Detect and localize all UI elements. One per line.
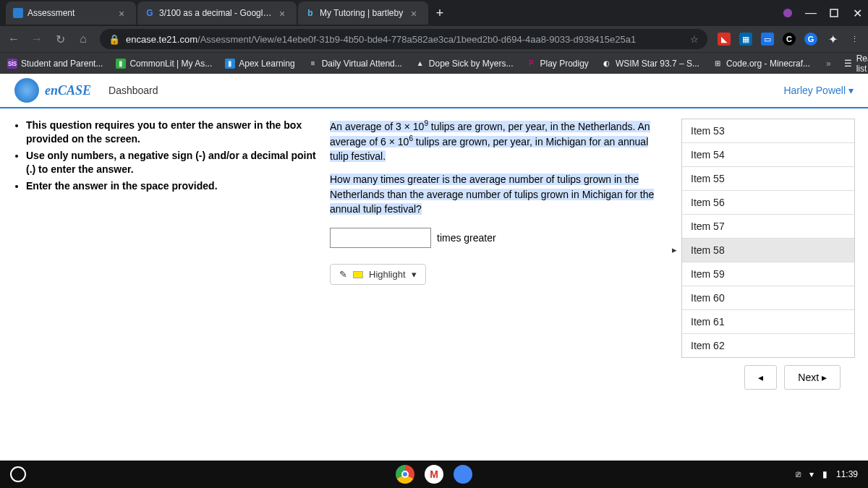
forward-button[interactable]: → bbox=[30, 33, 43, 46]
item-link[interactable]: Item 54 bbox=[682, 143, 854, 167]
browser-tab[interactable]: G 3/100 as a decimal - Google Sea × bbox=[137, 1, 297, 25]
extension-icon[interactable]: ◣ bbox=[718, 33, 731, 46]
bookmarks-overflow[interactable]: » bbox=[826, 59, 831, 69]
question-paragraph-1: An average of 3 × 109 tulips are grown, … bbox=[330, 119, 668, 163]
url-path: /Assessment/View/e14ebe0f-31b9-4b50-bde4… bbox=[197, 34, 636, 45]
answer-unit-label: times greater bbox=[437, 232, 496, 244]
assessment-content: This question requires you to enter the … bbox=[0, 108, 868, 407]
extension-icon[interactable]: C bbox=[783, 33, 796, 46]
item-link[interactable]: Item 62 bbox=[682, 334, 854, 357]
tab-title: My Tutoring | bartleby bbox=[320, 8, 407, 18]
right-column: Item 53 Item 54 Item 55 Item 56 Item 57 … bbox=[681, 119, 855, 397]
question-panel: An average of 3 × 109 tulips are grown, … bbox=[330, 119, 668, 397]
highlight-swatch bbox=[353, 271, 363, 278]
bookmark[interactable]: sisStudent and Parent... bbox=[7, 59, 103, 69]
minimize-icon[interactable]: — bbox=[806, 8, 816, 18]
menu-icon[interactable]: ⋮ bbox=[848, 33, 861, 46]
reload-button[interactable]: ↻ bbox=[54, 33, 67, 46]
cast-icon[interactable]: ⎚ bbox=[796, 469, 801, 479]
chevron-down-icon: ▾ bbox=[848, 85, 854, 96]
logo-icon bbox=[14, 78, 39, 103]
window-controls: — ✕ bbox=[783, 8, 862, 18]
close-icon[interactable]: ✕ bbox=[852, 8, 862, 18]
item-navigator: Item 53 Item 54 Item 55 Item 56 Item 57 … bbox=[681, 119, 855, 358]
instruction-item: This question requires you to enter the … bbox=[26, 119, 317, 146]
item-link[interactable]: Item 53 bbox=[682, 119, 854, 143]
clock: 11:39 bbox=[836, 469, 858, 479]
tab-close-icon[interactable]: × bbox=[279, 8, 289, 18]
user-name: Harley Powell bbox=[783, 85, 846, 96]
reading-list-button[interactable]: ☰Reading list bbox=[844, 53, 868, 74]
taskbar-apps: M bbox=[396, 465, 472, 484]
gmail-icon[interactable]: M bbox=[425, 465, 443, 484]
instruction-item: Enter the answer in the space provided. bbox=[26, 179, 317, 193]
address-bar[interactable]: 🔒 encase.te21.com/Assessment/View/e14ebe… bbox=[100, 29, 707, 49]
extension-icon[interactable]: G bbox=[804, 33, 817, 46]
tab-title: Assessment bbox=[27, 8, 114, 18]
tab-close-icon[interactable]: × bbox=[411, 8, 421, 18]
lock-icon: 🔒 bbox=[109, 34, 120, 45]
wifi-icon[interactable]: ▾ bbox=[809, 469, 814, 479]
bookmark[interactable]: ▮Apex Learning bbox=[225, 59, 294, 69]
tab-close-icon[interactable]: × bbox=[119, 8, 129, 18]
new-tab-button[interactable]: + bbox=[430, 3, 450, 23]
bookmark[interactable]: ◐WSIM Star 93.7 – S... bbox=[602, 59, 699, 69]
next-button[interactable]: Next ▸ bbox=[784, 365, 841, 390]
bookmark[interactable]: ≡Daily Virtual Attend... bbox=[308, 59, 402, 69]
item-link[interactable]: Item 55 bbox=[682, 167, 854, 191]
bookmark[interactable]: ▲Dope Sick by Myers... bbox=[415, 59, 514, 69]
prev-button[interactable]: ◂ bbox=[744, 365, 777, 390]
item-link[interactable]: Item 59 bbox=[682, 262, 854, 286]
app-header: enCASE Dashboard Harley Powell ▾ bbox=[0, 74, 868, 108]
highlight-button[interactable]: ✎ Highlight ▾ bbox=[330, 264, 426, 285]
dashboard-link[interactable]: Dashboard bbox=[109, 85, 158, 96]
svg-point-0 bbox=[783, 9, 792, 17]
back-button[interactable]: ← bbox=[7, 33, 20, 46]
pencil-icon: ✎ bbox=[339, 269, 347, 280]
chrome-icon[interactable] bbox=[396, 465, 414, 484]
battery-icon[interactable]: ▮ bbox=[822, 469, 827, 479]
browser-tab[interactable]: b My Tutoring | bartleby × bbox=[298, 1, 428, 25]
system-tray[interactable]: ⎚ ▾ ▮ 11:39 bbox=[796, 469, 858, 479]
google-icon: G bbox=[145, 8, 155, 18]
bartleby-icon: b bbox=[305, 8, 315, 18]
item-link[interactable]: Item 56 bbox=[682, 191, 854, 215]
tab-title: 3/100 as a decimal - Google Sea bbox=[159, 8, 275, 18]
item-link-current[interactable]: Item 58 bbox=[682, 239, 854, 262]
logo-text: enCASE bbox=[45, 83, 91, 98]
os-taskbar: M ⎚ ▾ ▮ 11:39 bbox=[0, 461, 868, 488]
highlight-label: Highlight bbox=[369, 269, 406, 280]
tab-favicon bbox=[13, 8, 23, 18]
user-menu[interactable]: Harley Powell ▾ bbox=[783, 85, 854, 96]
extension-icon[interactable]: ▦ bbox=[739, 33, 752, 46]
docs-icon[interactable] bbox=[454, 465, 472, 484]
item-link[interactable]: Item 60 bbox=[682, 286, 854, 310]
launcher-icon[interactable] bbox=[10, 466, 26, 482]
answer-row: times greater bbox=[330, 228, 668, 248]
chevron-down-icon: ▾ bbox=[412, 269, 417, 280]
browser-nav-bar: ← → ↻ ⌂ 🔒 encase.te21.com/Assessment/Vie… bbox=[0, 26, 868, 52]
maximize-icon[interactable] bbox=[829, 8, 839, 18]
svg-rect-1 bbox=[830, 9, 838, 17]
bookmark[interactable]: ⊞Code.org - Minecraf... bbox=[712, 59, 810, 69]
item-link[interactable]: Item 57 bbox=[682, 215, 854, 239]
home-button[interactable]: ⌂ bbox=[77, 33, 90, 46]
extension-icon[interactable]: ▭ bbox=[761, 33, 774, 46]
answer-input[interactable] bbox=[330, 228, 431, 248]
nav-extensions: ◣ ▦ ▭ C G ✦ ⋮ bbox=[718, 33, 861, 46]
item-link[interactable]: Item 61 bbox=[682, 310, 854, 334]
bookmark[interactable]: ▮CommonLit | My As... bbox=[116, 59, 212, 69]
app-logo[interactable]: enCASE bbox=[14, 78, 109, 103]
instructions-panel: This question requires you to enter the … bbox=[13, 119, 317, 397]
url-host: encase.te21.com bbox=[126, 34, 197, 45]
browser-tab[interactable]: Assessment × bbox=[6, 1, 136, 25]
bookmarks-bar: sisStudent and Parent... ▮CommonLit | My… bbox=[0, 52, 868, 74]
instruction-item: Use only numbers, a negative sign (-) an… bbox=[26, 149, 317, 176]
question-paragraph-2: How many times greater is the average nu… bbox=[330, 172, 668, 216]
star-icon[interactable]: ☆ bbox=[690, 34, 699, 45]
extensions-puzzle-icon[interactable]: ✦ bbox=[826, 33, 839, 46]
bookmark[interactable]: PPlay Prodigy bbox=[527, 59, 589, 69]
list-icon: ☰ bbox=[844, 59, 852, 69]
account-icon[interactable] bbox=[783, 8, 793, 18]
browser-tab-bar: Assessment × G 3/100 as a decimal - Goog… bbox=[0, 0, 868, 26]
